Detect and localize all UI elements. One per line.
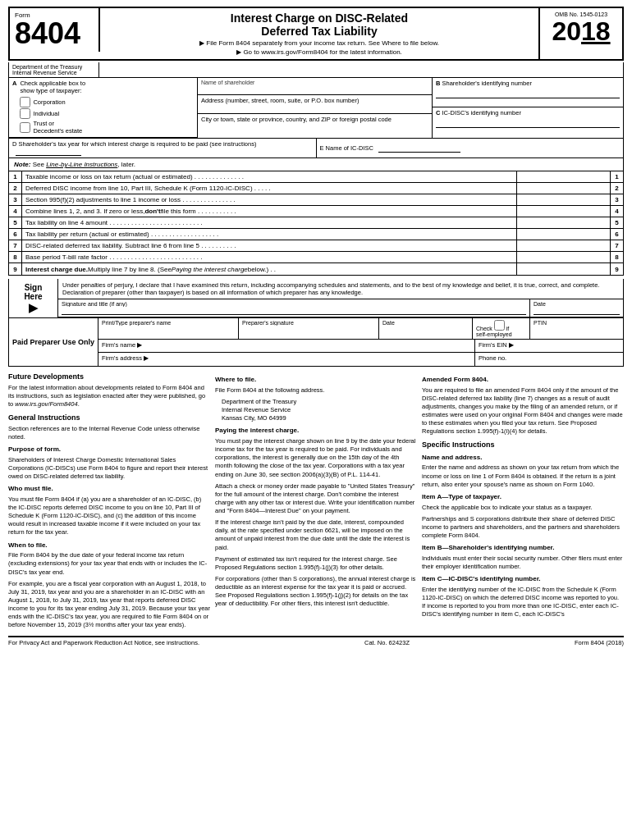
preparer-content: Print/Type preparer's name Preparer's si… [98, 318, 623, 366]
line-8-box[interactable] [516, 252, 610, 262]
section-b-input[interactable] [436, 90, 620, 98]
line-4-input[interactable] [520, 208, 607, 215]
item-a-text2: Partnerships and S corporations distribu… [422, 515, 624, 540]
paying-heading: Paying the interest charge. [215, 427, 417, 436]
form-header: Form 8404 Interest Charge on DISC-Relate… [8, 7, 624, 61]
amended-text: You are required to file an amended Form… [422, 386, 624, 436]
purpose-heading: Purpose of form. [8, 445, 210, 454]
section-e: E Name of IC-DISC [317, 143, 624, 154]
line-5-input[interactable] [520, 219, 607, 226]
name-address-block: Name of shareholder Address (number, str… [198, 78, 433, 138]
prep-self-employed-checkbox[interactable] [494, 320, 505, 331]
line-6-box[interactable] [516, 229, 610, 240]
perjury-text: Under penalties of perjury, I declare th… [58, 279, 623, 299]
specific-inst-heading: Specific Instructions [422, 440, 624, 450]
general-inst-heading: General Instructions [8, 413, 210, 422]
who-must-file-heading: Who must file. [8, 485, 210, 494]
sign-here-text: SignHere [24, 283, 42, 301]
line-2-num: 2 [9, 183, 22, 194]
footer-privacy: For Privacy Act and Paperwork Reduction … [8, 639, 199, 646]
form-title-line2: Deferred Tax Liability [107, 25, 532, 38]
line-8-num: 8 [9, 252, 22, 262]
prep-sig-label: Preparer's signature [242, 320, 375, 326]
line-2-label: 2 [610, 183, 623, 194]
future-dev-text: For the latest information about develop… [8, 384, 210, 409]
line-2-box[interactable] [516, 183, 610, 194]
line-6-input[interactable] [520, 231, 607, 238]
prep-addr-input[interactable] [153, 354, 240, 362]
section-e-input[interactable] [378, 144, 460, 153]
sign-section: SignHere ▶ Under penalties of perjury, I… [8, 279, 624, 318]
line-4-row: 4 Combine lines 1, 2, and 3. If zero or … [9, 206, 623, 217]
line-5-num: 5 [9, 217, 22, 228]
prep-name-input[interactable] [102, 326, 235, 333]
line-5-box[interactable] [516, 217, 610, 228]
line-3-label: 3 [610, 194, 623, 205]
checkbox-corporation-input[interactable] [20, 97, 30, 107]
section-c: C IC-DISC's identifying number [433, 107, 623, 137]
city-row: City or town, state or province, country… [198, 114, 432, 132]
when-to-file-heading: When to file. [8, 541, 210, 550]
prep-ein-cell: Firm's EIN ▶ [475, 340, 623, 352]
line-1-box[interactable] [516, 171, 610, 182]
instructions-col1: Future Developments For the latest infor… [8, 372, 210, 632]
line-7-box[interactable] [516, 240, 610, 251]
section-b: B Shareholder's identifying number [433, 78, 623, 107]
prep-ein-input[interactable] [519, 341, 605, 349]
name-label: Name of shareholder [201, 80, 428, 85]
where-to-file-text: File Form 8404 at the following address. [215, 386, 417, 395]
future-dev-heading: Future Developments [8, 372, 210, 381]
line-7-input[interactable] [520, 242, 607, 249]
taxpayer-type-group: Corporation Individual Trust orDecedent'… [20, 97, 85, 135]
line-2-input[interactable] [520, 185, 607, 192]
section-b-label: B [436, 80, 440, 87]
prep-ptin-input[interactable] [534, 326, 620, 333]
note-label: Note: [14, 161, 33, 168]
section-d-input[interactable] [16, 148, 81, 156]
line-3-box[interactable] [516, 194, 610, 205]
line-8-input[interactable] [520, 253, 607, 261]
line-3-input[interactable] [520, 196, 607, 203]
sign-date-field: Date [530, 299, 623, 317]
sign-date-input[interactable] [534, 307, 620, 315]
section-c-input[interactable] [436, 120, 620, 128]
line-9-input[interactable] [520, 266, 607, 273]
checkbox-individual-input[interactable] [20, 108, 30, 119]
city-input[interactable] [201, 123, 428, 130]
address-input[interactable] [201, 104, 428, 112]
sign-here-label: SignHere ▶ [9, 279, 58, 317]
checkbox-individual[interactable]: Individual [20, 108, 85, 119]
line-7-num: 7 [9, 240, 22, 251]
note-row: Note: See Line-by-Line Instructions, lat… [9, 158, 623, 171]
checkbox-corporation[interactable]: Corporation [20, 97, 85, 107]
line-6-row: 6 Tax liability per return (actual or es… [9, 229, 623, 240]
line-4-box[interactable] [516, 206, 610, 217]
line-9-box[interactable] [516, 263, 610, 275]
prep-phone-input[interactable] [511, 354, 598, 362]
prep-ptin-label: PTIN [534, 320, 620, 326]
line-8-desc: Base period T-bill rate factor . . . . .… [22, 252, 516, 262]
signature-input[interactable] [62, 307, 526, 315]
line-5-label: 5 [610, 217, 623, 228]
prep-date-input[interactable] [382, 326, 469, 333]
section-a-desc: Check applicable box toshow type of taxp… [20, 80, 85, 135]
sign-content: Under penalties of perjury, I declare th… [58, 279, 623, 317]
section-a: A Check applicable box toshow type of ta… [9, 78, 197, 138]
line-5-desc: Tax liability on line 4 amount . . . . .… [22, 217, 516, 228]
name-address-inst-heading: Name and address. [422, 454, 624, 463]
checkbox-trust[interactable]: Trust orDecedent's estate [20, 120, 85, 135]
line-1-input[interactable] [520, 173, 607, 180]
form-number: 8404 [15, 19, 94, 48]
prep-firm-label: Firm's name ▶ [102, 341, 142, 349]
section-e-text: E Name of IC-DISC [320, 144, 373, 152]
item-b-text: Individuals must enter their social secu… [422, 555, 624, 571]
dept-line2: Internal Revenue Service [12, 70, 95, 75]
checkbox-trust-input[interactable] [20, 122, 30, 133]
name-input[interactable] [201, 85, 428, 93]
prep-sig-input[interactable] [242, 326, 375, 333]
dept-right-empty [99, 62, 623, 77]
prep-row3: Firm's address ▶ Phone no. [98, 353, 623, 366]
prep-firm-input[interactable] [147, 341, 233, 349]
paying-text4: Payment of estimated tax isn't required … [215, 555, 417, 572]
line-9-label: 9 [610, 263, 623, 275]
